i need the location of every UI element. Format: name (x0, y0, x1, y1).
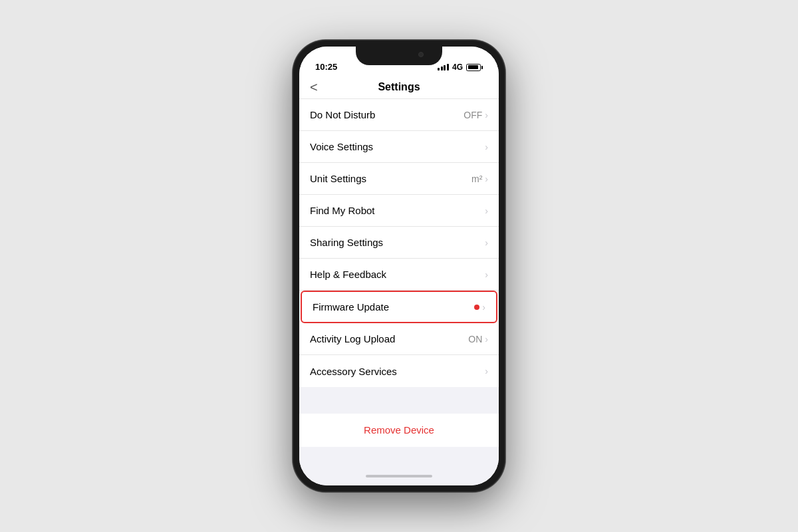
front-camera (418, 52, 424, 57)
nav-bar: < Settings (299, 76, 499, 99)
settings-list: Do Not Disturb OFF › Voice Settings › (299, 99, 499, 467)
bottom-gap (299, 447, 499, 460)
chevron-icon: › (482, 302, 485, 313)
unit-settings-value: m² (471, 174, 482, 184)
chevron-icon: › (485, 110, 488, 120)
remove-device-section: Remove Device (299, 414, 499, 447)
phone-frame: 10:25 4G < Settings (293, 40, 505, 492)
activity-log-upload-value: ON (468, 334, 482, 344)
unit-settings-label: Unit Settings (310, 173, 366, 184)
settings-item-help-feedback[interactable]: Help & Feedback › (299, 259, 499, 291)
phone-screen: 10:25 4G < Settings (299, 47, 499, 485)
chevron-icon: › (485, 366, 488, 376)
accessory-services-label: Accessory Services (310, 366, 397, 377)
settings-item-voice-settings[interactable]: Voice Settings › (299, 131, 499, 163)
firmware-update-dot (474, 305, 479, 310)
firmware-update-label: Firmware Update (313, 301, 389, 313)
home-indicator (299, 467, 499, 485)
page-title: Settings (378, 81, 420, 93)
activity-log-upload-label: Activity Log Upload (310, 333, 395, 344)
find-my-robot-label: Find My Robot (310, 205, 375, 216)
settings-item-accessory-services[interactable]: Accessory Services › (299, 355, 499, 387)
chevron-icon: › (485, 237, 488, 248)
status-time: 10:25 (315, 62, 337, 72)
help-feedback-label: Help & Feedback (310, 269, 386, 280)
settings-item-find-my-robot[interactable]: Find My Robot › (299, 195, 499, 227)
settings-item-firmware-update[interactable]: Firmware Update › (301, 291, 497, 323)
chevron-icon: › (485, 269, 488, 280)
signal-icon (438, 64, 449, 70)
home-bar (366, 475, 432, 477)
settings-item-do-not-disturb[interactable]: Do Not Disturb OFF › (299, 99, 499, 131)
do-not-disturb-label: Do Not Disturb (310, 109, 375, 120)
settings-item-activity-log-upload[interactable]: Activity Log Upload ON › (299, 323, 499, 355)
settings-item-unit-settings[interactable]: Unit Settings m² › (299, 163, 499, 195)
status-right: 4G (438, 63, 483, 72)
remove-device-button[interactable]: Remove Device (364, 424, 434, 436)
section-gap (299, 387, 499, 400)
settings-item-sharing-settings[interactable]: Sharing Settings › (299, 227, 499, 259)
network-label: 4G (452, 63, 463, 72)
sharing-settings-label: Sharing Settings (310, 237, 383, 248)
battery-icon (466, 64, 483, 71)
chevron-icon: › (485, 205, 488, 216)
chevron-icon: › (485, 334, 488, 344)
do-not-disturb-value: OFF (464, 110, 482, 120)
chevron-icon: › (485, 142, 488, 152)
chevron-icon: › (485, 174, 488, 184)
back-button[interactable]: < (310, 80, 318, 95)
settings-section-main: Do Not Disturb OFF › Voice Settings › (299, 99, 499, 387)
notch (356, 47, 442, 65)
voice-settings-label: Voice Settings (310, 141, 373, 152)
